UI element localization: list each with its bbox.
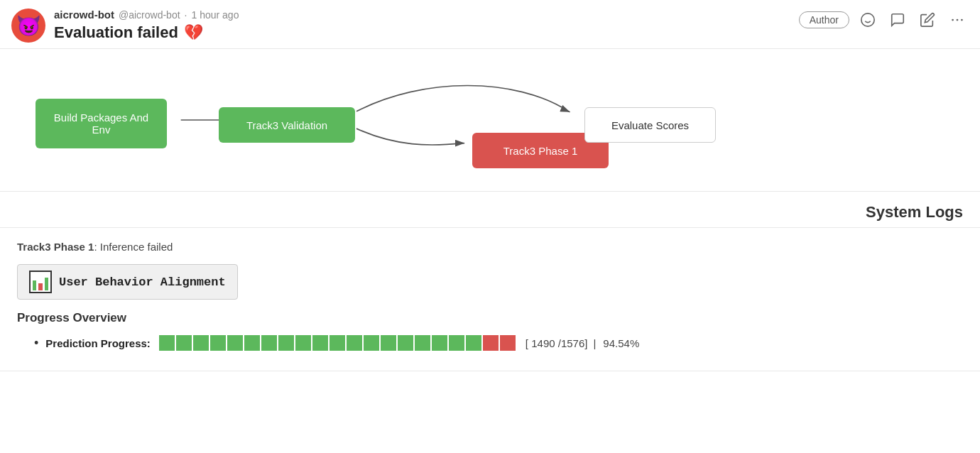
- handle: @aicrowd-bot: [119, 9, 180, 21]
- pbar-16: [415, 335, 430, 351]
- progress-separator: |: [593, 337, 596, 349]
- avatar: 😈: [11, 9, 45, 43]
- node-evaluate-label: Evaluate Scores: [611, 119, 689, 131]
- progress-title: Progress Overview: [17, 311, 963, 325]
- bar3: [45, 278, 48, 290]
- pbar-red-2: [500, 335, 516, 351]
- post-meta: aicrowd-bot @aicrowd-bot · 1 hour ago Ev…: [54, 9, 239, 42]
- node-evaluate-scores: Evaluate Scores: [584, 107, 716, 143]
- phase-label: Track3 Phase 1: Inference failed: [17, 241, 963, 253]
- svg-point-5: [961, 19, 963, 21]
- edit-button[interactable]: [916, 9, 939, 31]
- pbar-19: [466, 335, 481, 351]
- progress-label: Prediction Progress:: [45, 337, 151, 349]
- phase-section: Track3 Phase 1: Inference failed User Be…: [0, 228, 980, 371]
- node-build-packages: Build Packages And Env: [36, 99, 167, 148]
- pbar-red-1: [483, 335, 499, 351]
- emoji-react-button[interactable]: [856, 9, 879, 31]
- pbar-2: [176, 335, 192, 351]
- pbar-11: [330, 335, 345, 351]
- dot: ·: [185, 9, 187, 21]
- pbar-5: [227, 335, 243, 351]
- svg-point-3: [952, 19, 954, 21]
- pbar-7: [261, 335, 277, 351]
- prediction-progress-item: • Prediction Progress:: [34, 335, 963, 351]
- pipeline-flow: Build Packages And Env Track3 Validation…: [28, 70, 724, 177]
- node-track3-validation: Track3 Validation: [219, 107, 355, 143]
- progress-percentage: 94.54%: [603, 337, 639, 349]
- pbar-10: [312, 335, 328, 351]
- author-badge: Author: [799, 11, 849, 28]
- broken-heart-icon: 💔: [184, 23, 203, 42]
- header-left: 😈 aicrowd-bot @aicrowd-bot · 1 hour ago …: [11, 9, 239, 43]
- node-build-label: Build Packages And Env: [48, 111, 154, 136]
- pbar-1: [159, 335, 175, 351]
- pbar-6: [244, 335, 260, 351]
- system-logs-title: System Logs: [866, 203, 963, 221]
- post-title-text: Evaluation failed: [54, 23, 178, 42]
- timestamp: 1 hour ago: [191, 9, 239, 21]
- post-header: 😈 aicrowd-bot @aicrowd-bot · 1 hour ago …: [0, 0, 980, 49]
- system-logs-header: System Logs: [0, 192, 980, 228]
- username: aicrowd-bot: [54, 9, 114, 21]
- pbar-17: [432, 335, 447, 351]
- node-phase1-label: Track3 Phase 1: [503, 145, 578, 157]
- bar-chart-icon: [29, 271, 52, 293]
- pbar-15: [398, 335, 413, 351]
- pbar-8: [278, 335, 294, 351]
- uba-header: User Behavior Alignment: [17, 264, 238, 300]
- pbar-12: [347, 335, 362, 351]
- pbar-18: [449, 335, 464, 351]
- progress-bars: [159, 335, 516, 351]
- post-meta-top: aicrowd-bot @aicrowd-bot · 1 hour ago: [54, 9, 239, 21]
- post-container: 😈 aicrowd-bot @aicrowd-bot · 1 hour ago …: [0, 0, 980, 371]
- progress-count: [ 1490 /1576]: [526, 337, 588, 349]
- pbar-3: [193, 335, 209, 351]
- svg-point-0: [861, 13, 874, 26]
- pbar-14: [381, 335, 396, 351]
- pipeline-section: Build Packages And Env Track3 Validation…: [0, 49, 980, 192]
- bar1: [33, 280, 36, 290]
- post-title: Evaluation failed 💔: [54, 23, 239, 42]
- more-options-button[interactable]: [946, 9, 969, 31]
- avatar-icon: 😈: [16, 14, 41, 38]
- header-right: Author: [799, 9, 969, 31]
- node-validation-label: Track3 Validation: [246, 119, 327, 131]
- bullet: •: [34, 336, 38, 351]
- phase-status: : Inference failed: [94, 241, 173, 253]
- phase-name: Track3 Phase 1: [17, 241, 94, 253]
- pbar-4: [210, 335, 226, 351]
- pbar-9: [295, 335, 311, 351]
- progress-section: Progress Overview • Prediction Progress:: [17, 311, 963, 358]
- pbar-13: [364, 335, 379, 351]
- bar2: [38, 283, 42, 290]
- uba-title: User Behavior Alignment: [59, 275, 226, 289]
- svg-line-8: [565, 110, 570, 112]
- svg-point-4: [957, 19, 959, 21]
- comment-button[interactable]: [886, 9, 909, 31]
